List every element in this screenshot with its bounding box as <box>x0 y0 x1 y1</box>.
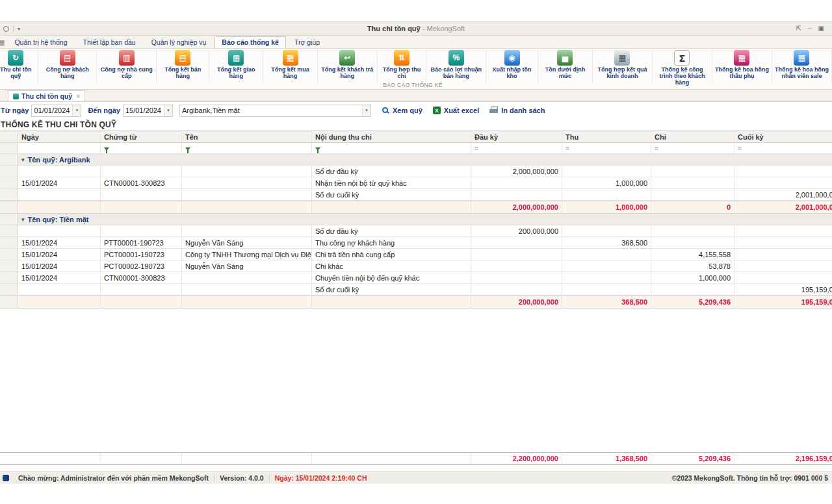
column-header-noi-dung[interactable]: Nội dung thu chi <box>312 131 471 143</box>
menu-tab-bao-cao-thong-ke[interactable]: Báo cáo thống kê <box>214 36 286 48</box>
ribbon-item-glyph: ▤ <box>179 53 187 62</box>
filter-cell-ngay[interactable] <box>18 143 101 154</box>
screen: ▾ Thu chi tồn quỹ - MekongSoft ⇱ – ▣ ▦ Q… <box>0 0 832 504</box>
table-row[interactable]: 15/01/2024 PCT00002-190723 Nguyễn Văn Sá… <box>0 260 832 272</box>
ribbon-item-icon: ◉ <box>504 50 520 66</box>
ribbon-item[interactable]: ▦ Tổng kết mua hàng <box>263 49 317 82</box>
menu-tab-quan-ly-nghiep-vu[interactable]: Quản lý nghiệp vụ <box>144 36 214 48</box>
from-date-input[interactable] <box>32 107 72 114</box>
filter-cell-chung-tu[interactable] <box>101 143 182 154</box>
from-date-caret-icon[interactable]: ▾ <box>72 105 81 116</box>
cell-thu <box>562 189 651 201</box>
to-date-input[interactable] <box>124 107 164 114</box>
table-row[interactable]: 15/01/2024 CTN00001-300823 Chuyển tiền n… <box>0 272 832 284</box>
filter-cell-dau-ky[interactable]: = <box>471 143 562 154</box>
ribbon-item[interactable]: Σ Thống kê công trình theo khách hàng <box>653 49 712 82</box>
cell-closing: 195,159,064 <box>734 284 832 296</box>
cell-name <box>182 189 312 201</box>
column-header-ngay[interactable]: Ngày <box>18 131 101 143</box>
ribbon-item[interactable]: ↩ Tổng kết khách trả hàng <box>318 49 378 82</box>
cell-name <box>182 272 312 284</box>
ribbon-item[interactable]: ▦ Tổng kết giao hàng <box>209 49 263 82</box>
column-header-dau-ky[interactable]: Đầu kỳ <box>471 131 562 143</box>
ribbon: ↻ Thu chi tồn quỹ ▤ Công nợ khách hàng ▥… <box>0 49 832 90</box>
menu-tab-tro-giup[interactable]: Trợ giúp <box>287 36 327 48</box>
cell-chi <box>651 166 734 177</box>
to-date-label: Đến ngày <box>88 107 120 114</box>
ribbon-item-icon: ▦ <box>794 50 809 66</box>
fund-select-input[interactable] <box>180 107 362 114</box>
cell-closing: 2,001,000,000 <box>734 189 832 201</box>
filter-funnel-icon[interactable] <box>185 147 190 151</box>
ribbon-item-label: Tổng kết giao hàng <box>212 66 260 79</box>
minimize-window-icon[interactable]: – <box>808 25 812 32</box>
column-header-thu[interactable]: Thu <box>562 131 651 143</box>
filter-funnel-icon[interactable] <box>104 147 109 151</box>
quick-access-icon[interactable] <box>3 26 9 32</box>
ribbon-item[interactable]: ▤ Tổng kết bán hàng <box>157 49 209 82</box>
summary-thu: 368,500 <box>562 296 651 309</box>
to-date-field: ▾ <box>123 105 173 117</box>
print-list-button[interactable]: In danh sách <box>489 107 545 114</box>
ribbon-item-icon: % <box>448 50 464 66</box>
column-header-chung-tu[interactable]: Chứng từ <box>101 131 182 143</box>
menu-tab-quan-tri-he-thong[interactable]: Quản trị hệ thống <box>7 36 74 48</box>
ribbon-item[interactable]: ↻ Thu chi tồn quỹ <box>0 49 38 82</box>
table-row[interactable]: 15/01/2024 PCT00001-190723 Công ty TNHH … <box>0 249 832 260</box>
report-title: THỐNG KÊ THU CHI TỒN QUỸ <box>0 119 832 131</box>
ribbon-item-label: Tổng hợp kết quả kinh doanh <box>595 66 649 79</box>
column-header-cuoi-ky[interactable]: Cuối kỳ <box>734 131 832 143</box>
filter-operator-icon[interactable]: = <box>566 145 569 152</box>
filter-funnel-icon[interactable] <box>315 147 320 151</box>
column-header-ten[interactable]: Tên <box>182 131 312 143</box>
fund-select-caret-icon[interactable]: ▾ <box>362 105 370 116</box>
filter-cell-ten[interactable] <box>182 143 312 154</box>
cell-opening: 2,000,000,000 <box>471 166 562 177</box>
view-fund-button[interactable]: Xem quỹ <box>382 107 422 114</box>
table-row[interactable]: 15/01/2024 CTN00001-300823 Nhận tiền nội… <box>0 177 832 189</box>
group-row-argibank[interactable]: ▾ Tên quỹ: Argibank <box>0 154 832 166</box>
summary-chi: 0 <box>651 201 734 214</box>
restore-window-icon[interactable]: ▣ <box>818 25 824 32</box>
column-header-chi[interactable]: Chi <box>651 131 734 143</box>
app-menu-icon[interactable]: ▦ <box>0 38 5 47</box>
ribbon-item[interactable]: ▦ Thống kê hoa hồng thầu phụ <box>712 49 772 82</box>
expand-window-icon[interactable]: ⇱ <box>796 25 801 32</box>
document-tab-icon <box>13 94 19 99</box>
document-tab-thu-chi-ton-quy[interactable]: Thu chi tồn quỹ × <box>8 90 85 101</box>
grand-total-opening: 2,200,000,000 <box>471 453 562 464</box>
group-row-tien-mat[interactable]: ▾ Tên quỹ: Tiền mặt <box>0 214 832 225</box>
filter-cell-cuoi-ky[interactable]: = <box>734 143 832 154</box>
quick-access-caret-icon[interactable]: ▾ <box>18 26 20 32</box>
document-tab-close-icon[interactable]: × <box>76 93 80 100</box>
menu-tab-bar: ▦ Quản trị hệ thống Thiết lập ban đầu Qu… <box>0 36 832 49</box>
filter-operator-icon[interactable]: = <box>655 145 658 152</box>
ribbon-item[interactable]: % Báo cáo lợi nhuận bán hàng <box>426 49 486 82</box>
ribbon-item-glyph: ▥ <box>123 53 130 62</box>
fund-select-field: ▾ <box>179 105 371 117</box>
table-row[interactable]: 15/01/2024 PTT00001-190723 Nguyễn Văn Sá… <box>0 237 832 249</box>
filter-operator-icon[interactable]: = <box>474 145 478 152</box>
filter-cell-thu[interactable]: = <box>562 143 651 154</box>
export-excel-button[interactable]: X Xuất excel <box>433 107 479 114</box>
table-row[interactable]: Số dư đầu kỳ 200,000,000 <box>0 225 832 237</box>
filter-cell-noi-dung[interactable] <box>312 143 471 154</box>
table-row[interactable]: Số dư đầu kỳ 2,000,000,000 <box>0 166 832 177</box>
ribbon-item[interactable]: ◉ Xuất nhập tồn kho <box>486 49 538 82</box>
filter-cell-chi[interactable]: = <box>651 143 734 154</box>
table-row[interactable]: Số dư cuối kỳ 2,001,000,000 <box>0 189 832 201</box>
ribbon-item[interactable]: ⇅ Tổng hợp thu chi <box>378 49 427 82</box>
group-expander-icon[interactable]: ▾ <box>21 216 25 223</box>
cell-opening <box>471 237 562 249</box>
ribbon-item[interactable]: ▅ Tồn dưới định mức <box>538 49 593 82</box>
cell-opening <box>471 249 562 260</box>
ribbon-item[interactable]: ▥ Công nợ nhà cung cấp <box>97 49 157 82</box>
ribbon-item[interactable]: ▦ Thống kê hoa hồng nhân viên sale <box>772 49 832 82</box>
menu-tab-thiet-lap-ban-dau[interactable]: Thiết lập ban đầu <box>76 36 143 48</box>
ribbon-item[interactable]: ▦ Tổng hợp kết quả kinh doanh <box>593 49 653 82</box>
table-row[interactable]: Số dư cuối kỳ 195,159,064 <box>0 284 832 296</box>
to-date-caret-icon[interactable]: ▾ <box>164 105 172 116</box>
group-expander-icon[interactable]: ▾ <box>21 157 25 163</box>
ribbon-item[interactable]: ▤ Công nợ khách hàng <box>38 49 97 82</box>
filter-operator-icon[interactable]: = <box>738 145 742 152</box>
